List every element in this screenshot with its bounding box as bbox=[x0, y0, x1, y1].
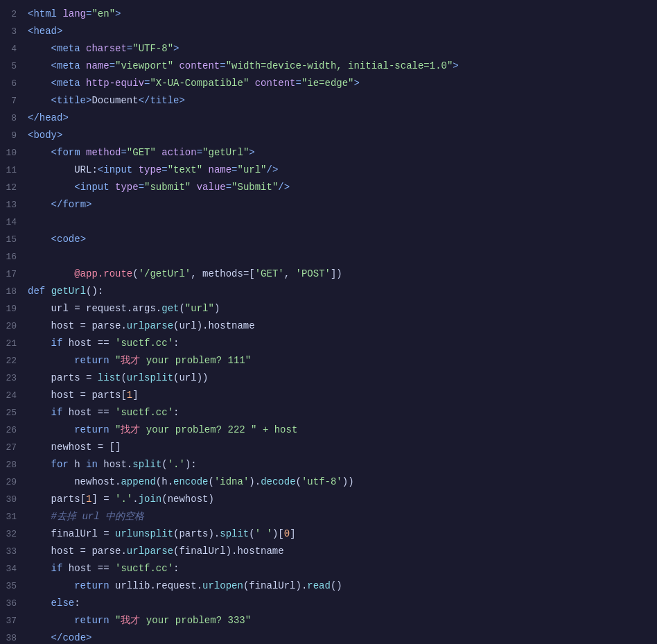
line-number: 15 bbox=[0, 232, 25, 247]
token-plain: ( bbox=[132, 268, 138, 279]
token-method: encode bbox=[173, 476, 208, 487]
code-line: 27 newhost = [] bbox=[0, 439, 657, 456]
line-number: 19 bbox=[0, 302, 25, 317]
code-line: 2<html lang="en"> bbox=[0, 6, 657, 23]
line-content bbox=[25, 249, 657, 264]
token-plain bbox=[28, 268, 74, 279]
line-number: 14 bbox=[0, 215, 25, 230]
token-punct: < bbox=[51, 147, 57, 158]
line-number: 31 bbox=[0, 510, 25, 525]
code-line: 22 return "我才 your problem? 111" bbox=[0, 352, 657, 369]
line-number: 28 bbox=[0, 458, 25, 473]
token-method: split bbox=[132, 459, 161, 470]
token-plain: ] = bbox=[91, 494, 115, 505]
token-string: your problem? 222 " + host bbox=[140, 424, 297, 435]
token-plain: parts[ bbox=[28, 494, 86, 505]
token-plain: =[ bbox=[243, 268, 255, 279]
line-content: if host == 'suctf.cc': bbox=[25, 405, 657, 420]
token-method: urlparse bbox=[127, 320, 173, 331]
line-content: parts = list(urlsplit(url)) bbox=[25, 370, 657, 385]
line-content: newhost = [] bbox=[25, 440, 657, 455]
token-method: urlunsplit bbox=[115, 528, 173, 539]
code-line: 30 parts[1] = '.'.join(newhost) bbox=[0, 491, 657, 508]
token-punct: < bbox=[51, 60, 57, 71]
token-attr-name: value bbox=[191, 182, 225, 193]
token-plain: Document bbox=[91, 95, 138, 106]
token-string: 'suctf.cc' bbox=[115, 563, 173, 574]
code-line: 25 if host == 'suctf.cc': bbox=[0, 404, 657, 421]
line-number: 20 bbox=[0, 319, 25, 334]
code-line: 19 url = request.args.get("url") bbox=[0, 300, 657, 317]
code-line: 8</head> bbox=[0, 110, 657, 127]
token-punct: = bbox=[296, 78, 301, 89]
token-plain: ( bbox=[121, 372, 126, 383]
token-comment: #去掉 url 中的空格 bbox=[28, 511, 144, 522]
token-plain bbox=[110, 615, 115, 626]
token-tag: title bbox=[150, 95, 179, 106]
token-attr-value: "UTF-8" bbox=[132, 43, 173, 54]
token-string: "url" bbox=[185, 303, 214, 314]
token-plain: : bbox=[74, 598, 80, 609]
token-method: urlopen bbox=[202, 580, 243, 591]
code-line: 4 <meta charset="UTF-8"> bbox=[0, 40, 657, 58]
token-method: read bbox=[307, 580, 331, 591]
line-number: 2 bbox=[0, 7, 25, 22]
code-line: 32 finalUrl = urlunsplit(parts).split(' … bbox=[0, 525, 657, 543]
token-punct: </ bbox=[51, 199, 63, 210]
token-plain: . bbox=[132, 494, 138, 505]
line-number: 35 bbox=[0, 579, 25, 594]
token-plain: (): bbox=[86, 286, 103, 297]
line-content: if host == 'suctf.cc': bbox=[25, 561, 657, 576]
token-punct: > bbox=[86, 632, 91, 643]
token-plain bbox=[28, 615, 74, 626]
line-number: 36 bbox=[0, 596, 25, 611]
token-plain: h bbox=[69, 459, 86, 470]
line-number: 13 bbox=[0, 198, 25, 213]
line-number: 30 bbox=[0, 492, 25, 507]
token-attr-value: "url" bbox=[238, 164, 267, 175]
token-punct: /> bbox=[278, 182, 290, 193]
token-keyword: return bbox=[74, 355, 109, 366]
code-line: 14 bbox=[0, 214, 657, 231]
code-line: 10 <form method="GET" action="getUrl"> bbox=[0, 144, 657, 162]
token-plain: host. bbox=[98, 459, 132, 470]
token-punct: > bbox=[86, 199, 91, 210]
token-punct: > bbox=[179, 95, 184, 106]
token-plain: ] bbox=[290, 528, 295, 539]
code-line: 35 return urllib.request.urlopen(finalUr… bbox=[0, 577, 657, 595]
code-line: 9<body> bbox=[0, 127, 657, 144]
line-number: 11 bbox=[0, 163, 25, 178]
code-line: 20 host = parse.urlparse(url).hostname bbox=[0, 317, 657, 335]
token-attr-value: "Submit" bbox=[231, 182, 278, 193]
token-plain: )[ bbox=[272, 528, 284, 539]
token-punct: < bbox=[74, 182, 80, 193]
code-line: 6 <meta http-equiv="X-UA-Compatible" con… bbox=[0, 75, 657, 92]
token-plain: finalUrl = bbox=[28, 528, 115, 539]
line-number: 25 bbox=[0, 406, 25, 421]
token-punct: > bbox=[453, 60, 458, 71]
line-content: <html lang="en"> bbox=[25, 6, 657, 21]
token-plain: host == bbox=[62, 338, 115, 349]
token-method: decode bbox=[261, 476, 295, 487]
code-line: 7 <title>Document</title> bbox=[0, 92, 657, 110]
code-line: 28 for h in host.split('.'): bbox=[0, 456, 657, 473]
token-plain bbox=[28, 598, 51, 609]
token-string: '.' bbox=[168, 459, 185, 470]
token-string: 'suctf.cc' bbox=[115, 338, 173, 349]
token-tag: meta bbox=[57, 78, 80, 89]
line-content: @app.route('/getUrl', methods=['GET', 'P… bbox=[25, 266, 657, 281]
token-decorator: @app.route bbox=[74, 268, 132, 279]
token-plain bbox=[28, 355, 74, 366]
token-plain bbox=[28, 338, 51, 349]
line-content: <form method="GET" action="getUrl"> bbox=[25, 145, 657, 160]
token-plain: host == bbox=[62, 563, 115, 574]
token-chinese: 找才 bbox=[121, 424, 140, 435]
token-plain bbox=[28, 182, 74, 193]
token-punct: = bbox=[220, 60, 225, 71]
token-keyword: if bbox=[51, 407, 63, 418]
token-plain bbox=[110, 355, 115, 366]
token-punct: < bbox=[98, 164, 103, 175]
token-attr-name: action bbox=[156, 147, 197, 158]
line-content: return "我才 your problem? 111" bbox=[25, 353, 657, 368]
line-content: newhost.append(h.encode('idna').decode('… bbox=[25, 474, 657, 489]
